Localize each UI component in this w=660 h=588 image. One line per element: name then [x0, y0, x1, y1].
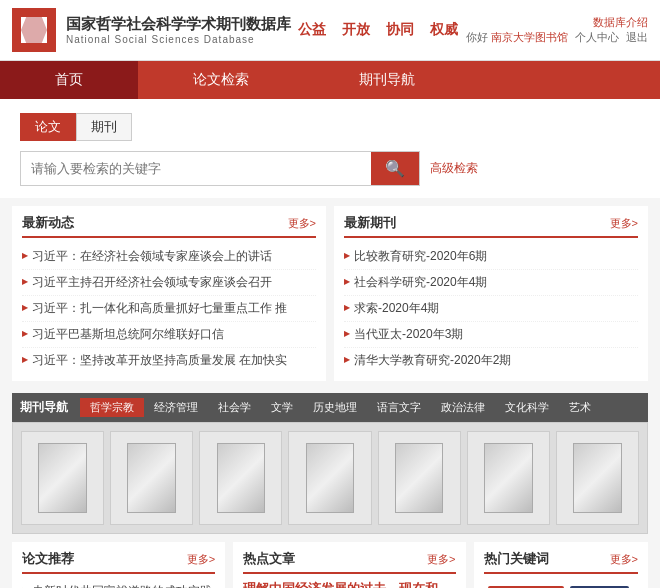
period-nav-title: 期刊导航	[20, 399, 68, 416]
logo-text: 国家哲学社会科学学术期刊数据库 National Social Sciences…	[66, 15, 291, 45]
list-item: ▶清华大学教育研究-2020年2期	[344, 348, 638, 373]
news-section-title: 最新动态	[22, 214, 74, 232]
hot-keywords-section: 热门关键词 更多> 文化自信 互联网+ 新型城镇化 网络安全 意识形态 供给侧改…	[474, 542, 648, 588]
period-nav-tabs: 哲学宗教 经济管理 社会学 文学 历史地理 语言文字 政治法律 文化科学 艺术	[80, 398, 601, 417]
paper-recommend-more[interactable]: 更多>	[187, 552, 215, 567]
period-tab-5[interactable]: 语言文字	[367, 398, 431, 417]
list-item: ▶比较教育研究-2020年6期	[344, 244, 638, 270]
keyword-cloud: 文化自信 互联网+ 新型城镇化 网络安全 意识形态 供给侧改革 乡村振兴	[484, 582, 638, 588]
nav-item-home[interactable]: 首页	[0, 61, 138, 99]
main-nav: 首页 论文检索 期刊导航	[0, 61, 660, 99]
period-tab-3[interactable]: 文学	[261, 398, 303, 417]
list-item: ▶习近平：扎一体化和高质量抓好七量重点工作 推	[22, 296, 316, 322]
period-nav-area: 期刊导航 哲学宗教 经济管理 社会学 文学 历史地理 语言文字 政治法律 文化科…	[12, 393, 648, 534]
list-item: ▶习近平：坚持改革开放坚持高质量发展 在加快实	[22, 348, 316, 373]
paper-recommend-header: 论文推荐 更多>	[22, 550, 215, 574]
hot-keywords-more[interactable]: 更多>	[610, 552, 638, 567]
journal-card[interactable]	[467, 431, 550, 525]
featured-article-title[interactable]: 理解中国经济发展的过去、现在和将...	[243, 580, 455, 588]
list-item: ▶习近平主持召开经济社会领域专家座谈会召开	[22, 270, 316, 296]
journal-card[interactable]	[556, 431, 639, 525]
period-tab-4[interactable]: 历史地理	[303, 398, 367, 417]
journal-card[interactable]	[288, 431, 371, 525]
period-tab-0[interactable]: 哲学宗教	[80, 398, 144, 417]
search-tab-paper[interactable]: 论文	[20, 113, 76, 141]
hot-articles-more[interactable]: 更多>	[427, 552, 455, 567]
paper-recommend-section: 论文推荐 更多> ▶走新时代共同富裕道路的成功实践与创新发展——... ▶论21…	[12, 542, 225, 588]
journals-more-link[interactable]: 更多>	[610, 216, 638, 231]
period-tab-6[interactable]: 政治法律	[431, 398, 495, 417]
paper-recommend-title: 论文推荐	[22, 550, 74, 568]
hot-articles-section: 热点文章 更多> 理解中国经济发展的过去、现在和将... 新古典增长理论把经济增…	[233, 542, 465, 588]
period-nav-header: 期刊导航 哲学宗教 经济管理 社会学 文学 历史地理 语言文字 政治法律 文化科…	[12, 393, 648, 422]
personal-center-link[interactable]: 个人中心	[575, 31, 619, 43]
journal-card[interactable]	[199, 431, 282, 525]
journal-card[interactable]	[110, 431, 193, 525]
journals-section-header: 最新期刊 更多>	[344, 214, 638, 238]
search-tab-journal[interactable]: 期刊	[76, 113, 132, 141]
header: 国家哲学社会科学学术期刊数据库 National Social Sciences…	[0, 0, 660, 61]
journal-card[interactable]	[378, 431, 461, 525]
search-input[interactable]	[21, 152, 371, 185]
list-item: ▶当代亚太-2020年3期	[344, 322, 638, 348]
hot-articles-header: 热点文章 更多>	[243, 550, 455, 574]
main-content: 最新动态 更多> ▶习近平：在经济社会领域专家座谈会上的讲话 ▶习近平主持召开经…	[0, 198, 660, 389]
logo-area: 国家哲学社会科学学术期刊数据库 National Social Sciences…	[12, 8, 291, 52]
search-button[interactable]: 🔍	[371, 152, 419, 185]
period-tab-7[interactable]: 文化科学	[495, 398, 559, 417]
latest-news-section: 最新动态 更多> ▶习近平：在经济社会领域专家座谈会上的讲话 ▶习近平主持召开经…	[12, 206, 326, 381]
bottom-area: 论文推荐 更多> ▶走新时代共同富裕道路的成功实践与创新发展——... ▶论21…	[0, 534, 660, 588]
db-intro-link[interactable]: 数据库介绍	[593, 16, 648, 28]
hot-keywords-title: 热门关键词	[484, 550, 549, 568]
news-list: ▶习近平：在经济社会领域专家座谈会上的讲话 ▶习近平主持召开经济社会领域专家座谈…	[22, 244, 316, 373]
list-item: ▶走新时代共同富裕道路的成功实践与创新发展——...	[22, 580, 215, 588]
hot-keywords-header: 热门关键词 更多>	[484, 550, 638, 574]
logout-link[interactable]: 退出	[626, 31, 648, 43]
journal-list: ▶比较教育研究-2020年6期 ▶社会科学研究-2020年4期 ▶求索-2020…	[344, 244, 638, 373]
logo-title: 国家哲学社会科学学术期刊数据库	[66, 15, 291, 34]
period-tab-8[interactable]: 艺术	[559, 398, 601, 417]
list-item: ▶习近平：在经济社会领域专家座谈会上的讲话	[22, 244, 316, 270]
journal-card[interactable]	[21, 431, 104, 525]
search-row: 🔍 高级检索	[20, 151, 640, 186]
journals-section-title: 最新期刊	[344, 214, 396, 232]
list-item: ▶习近平巴基斯坦总统阿尔维联好口信	[22, 322, 316, 348]
search-box: 🔍	[20, 151, 420, 186]
logo-subtitle: National Social Sciences Database	[66, 34, 291, 45]
latest-journals-section: 最新期刊 更多> ▶比较教育研究-2020年6期 ▶社会科学研究-2020年4期…	[334, 206, 648, 381]
period-tab-2[interactable]: 社会学	[208, 398, 261, 417]
paper-recommend-list: ▶走新时代共同富裕道路的成功实践与创新发展——... ▶论21世纪马克思主义理论…	[22, 580, 215, 588]
journal-grid	[12, 422, 648, 534]
period-tab-1[interactable]: 经济管理	[144, 398, 208, 417]
logo-icon	[12, 8, 56, 52]
list-item: ▶社会科学研究-2020年4期	[344, 270, 638, 296]
header-right: 数据库介绍 你好 南京大学图书馆 个人中心 退出	[466, 15, 648, 45]
news-section-header: 最新动态 更多>	[22, 214, 316, 238]
library-link[interactable]: 南京大学图书馆	[491, 31, 568, 43]
search-tabs: 论文 期刊	[20, 113, 640, 141]
search-area: 论文 期刊 🔍 高级检索	[0, 99, 660, 198]
nav-item-search[interactable]: 论文检索	[138, 61, 304, 99]
advanced-search-link[interactable]: 高级检索	[430, 160, 478, 177]
hot-articles-title: 热点文章	[243, 550, 295, 568]
header-slogan: 公益 开放 协同 权威	[298, 21, 458, 39]
nav-item-journal[interactable]: 期刊导航	[304, 61, 470, 99]
list-item: ▶求索-2020年4期	[344, 296, 638, 322]
news-more-link[interactable]: 更多>	[288, 216, 316, 231]
